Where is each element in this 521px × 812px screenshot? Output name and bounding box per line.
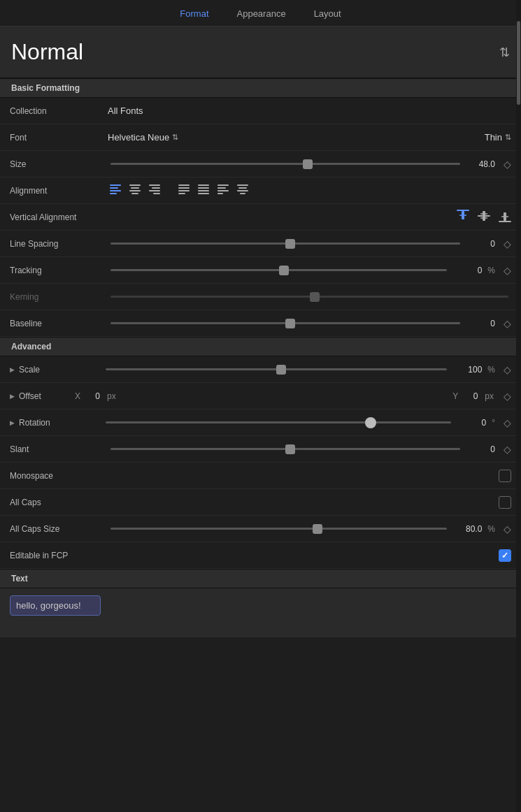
- alignment-row: Alignment: [0, 177, 521, 204]
- monospace-content: [108, 470, 511, 482]
- allcaps-size-value: 80.0: [454, 524, 482, 534]
- offset-x-label: X: [75, 391, 80, 401]
- title-stepper[interactable]: ⇅: [499, 45, 510, 60]
- collection-row: Collection All Fonts: [0, 98, 521, 124]
- svg-rect-23: [217, 193, 223, 194]
- align-center[interactable]: [127, 183, 143, 198]
- font-weight-selector[interactable]: Thin ⇅: [485, 132, 511, 143]
- svg-rect-2: [110, 190, 121, 191]
- line-spacing-slider[interactable]: [110, 242, 460, 245]
- kerning-label: Kerning: [10, 292, 108, 302]
- font-weight-value: Thin: [485, 132, 502, 143]
- align-left[interactable]: [108, 183, 123, 198]
- vert-alignment-label: Vertical Alignment: [10, 212, 108, 222]
- monospace-checkbox[interactable]: [499, 470, 511, 482]
- text-input[interactable]: hello, gorgeous!: [10, 595, 101, 616]
- line-spacing-diamond[interactable]: ◇: [504, 238, 511, 249]
- font-label: Font: [10, 133, 108, 143]
- scale-slider[interactable]: [106, 368, 447, 370]
- rotation-label: Rotation: [19, 418, 103, 428]
- kerning-content: [108, 296, 511, 298]
- tracking-row: Tracking 0 % ◇: [0, 257, 521, 284]
- vert-align-top[interactable]: [457, 210, 469, 225]
- scrollbar-thumb[interactable]: [517, 21, 520, 105]
- svg-rect-14: [178, 190, 190, 191]
- top-tabs: Format Appearance Layout: [0, 0, 521, 27]
- alignment-label: Alignment: [10, 186, 108, 196]
- allcaps-size-content: 80.0 % ◇: [108, 523, 511, 535]
- slant-slider[interactable]: [110, 448, 460, 450]
- align-right[interactable]: [147, 183, 162, 198]
- rotation-diamond[interactable]: ◇: [504, 417, 511, 428]
- tracking-diamond[interactable]: ◇: [504, 265, 511, 276]
- collection-value[interactable]: All Fonts: [108, 106, 143, 116]
- tab-layout[interactable]: Layout: [314, 8, 341, 19]
- scale-diamond[interactable]: ◇: [504, 364, 511, 375]
- scale-thumb[interactable]: [276, 365, 286, 375]
- font-content: Helvetica Neue ⇅ Thin ⇅: [108, 132, 511, 143]
- allcaps-size-slider[interactable]: [110, 528, 447, 530]
- vert-align-bottom[interactable]: [499, 210, 511, 225]
- slant-label: Slant: [10, 444, 108, 454]
- font-weight-chevrons: ⇅: [505, 133, 511, 142]
- size-diamond[interactable]: ◇: [504, 159, 511, 170]
- align-natural[interactable]: [215, 183, 231, 198]
- svg-rect-32: [483, 211, 485, 221]
- tracking-content: 0 % ◇: [108, 265, 511, 276]
- vert-alignment-row: Vertical Alignment: [0, 204, 521, 231]
- line-spacing-row: Line Spacing 0 ◇: [0, 231, 521, 257]
- rotation-expand-icon[interactable]: ▶: [10, 419, 15, 426]
- title-bar: Normal ⇅: [0, 27, 521, 78]
- font-name-selector[interactable]: Helvetica Neue ⇅: [108, 132, 178, 143]
- scale-unit: %: [487, 365, 495, 375]
- kerning-thumb[interactable]: [310, 292, 320, 302]
- scrollbar-track[interactable]: [516, 0, 521, 812]
- svg-rect-13: [178, 187, 190, 189]
- size-label: Size: [10, 159, 108, 169]
- font-name-chevrons: ⇅: [172, 133, 178, 142]
- svg-rect-26: [237, 190, 248, 191]
- svg-rect-7: [131, 193, 138, 194]
- svg-rect-0: [110, 184, 121, 186]
- baseline-diamond[interactable]: ◇: [504, 318, 511, 329]
- baseline-slider[interactable]: [110, 322, 460, 324]
- align-extra[interactable]: [235, 183, 250, 198]
- tab-format[interactable]: Format: [180, 8, 208, 19]
- tracking-thumb[interactable]: [279, 266, 289, 275]
- allcaps-content: [108, 496, 511, 509]
- tab-appearance[interactable]: Appearance: [237, 8, 286, 19]
- size-row: Size 48.0 ◇: [0, 151, 521, 177]
- font-name-value: Helvetica Neue: [108, 132, 169, 143]
- collection-label: Collection: [10, 106, 108, 116]
- kerning-slider[interactable]: [110, 296, 508, 298]
- offset-y-unit: px: [485, 391, 494, 401]
- baseline-content: 0 ◇: [108, 318, 511, 329]
- tracking-value: 0: [454, 266, 482, 275]
- editable-fcp-row: Editable in FCP: [0, 542, 521, 569]
- allcaps-size-diamond[interactable]: ◇: [504, 523, 511, 535]
- monospace-row: Monospace: [0, 463, 521, 489]
- allcaps-row: All Caps: [0, 489, 521, 516]
- slant-thumb[interactable]: [285, 444, 295, 454]
- allcaps-checkbox[interactable]: [499, 496, 511, 509]
- rotation-slider[interactable]: [106, 421, 451, 423]
- vert-align-middle[interactable]: [478, 210, 490, 225]
- baseline-thumb[interactable]: [285, 319, 295, 328]
- svg-rect-6: [129, 190, 141, 191]
- rotation-thumb[interactable]: [365, 417, 376, 428]
- editable-fcp-checkbox[interactable]: [499, 549, 511, 562]
- svg-rect-9: [152, 187, 160, 189]
- line-spacing-thumb[interactable]: [285, 239, 295, 249]
- allcaps-size-thumb[interactable]: [313, 524, 322, 534]
- offset-diamond[interactable]: ◇: [504, 391, 511, 402]
- slant-diamond[interactable]: ◇: [504, 444, 511, 455]
- align-justify-all[interactable]: [196, 183, 211, 198]
- offset-expand-icon[interactable]: ▶: [10, 393, 15, 400]
- tracking-label: Tracking: [10, 266, 108, 275]
- size-slider-thumb[interactable]: [303, 159, 313, 169]
- size-slider-track[interactable]: [110, 163, 460, 165]
- align-justify[interactable]: [176, 183, 192, 198]
- svg-rect-5: [131, 187, 139, 189]
- scale-expand-icon[interactable]: ▶: [10, 366, 15, 373]
- tracking-slider[interactable]: [110, 269, 447, 271]
